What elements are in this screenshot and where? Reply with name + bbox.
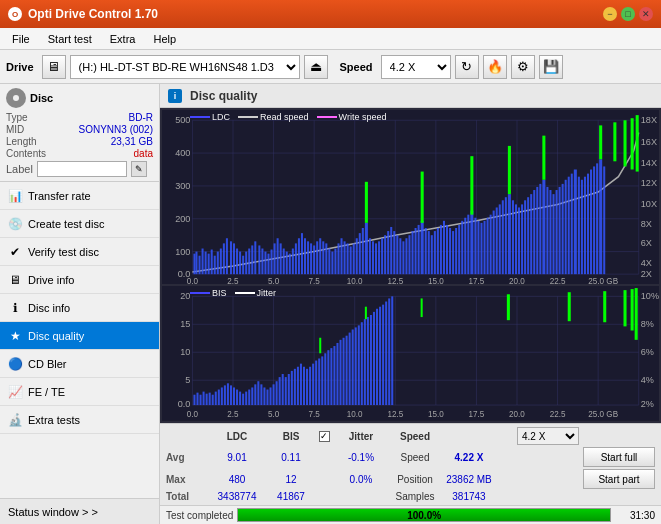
start-full-button[interactable]: Start full xyxy=(583,447,655,467)
drive-info-icon: 🖥 xyxy=(8,273,22,287)
disc-header: Disc xyxy=(6,88,153,108)
svg-rect-109 xyxy=(425,228,427,274)
svg-rect-52 xyxy=(248,249,250,275)
menu-help[interactable]: Help xyxy=(145,31,184,47)
speed-stat-select[interactable]: 4.2 X xyxy=(517,427,579,445)
legend-jitter-color xyxy=(235,292,255,294)
svg-rect-171 xyxy=(542,136,545,180)
svg-rect-250 xyxy=(297,367,299,405)
refresh-button[interactable]: ↻ xyxy=(455,55,479,79)
start-part-button[interactable]: Start part xyxy=(583,469,655,489)
minimize-button[interactable]: − xyxy=(603,7,617,21)
svg-rect-275 xyxy=(373,312,375,405)
maximize-button[interactable]: □ xyxy=(621,7,635,21)
sidebar-item-label: Verify test disc xyxy=(28,246,99,258)
create-test-disc-icon: 💿 xyxy=(8,217,22,231)
sidebar-item-drive-info[interactable]: 🖥 Drive info xyxy=(0,266,159,294)
menu-file[interactable]: File xyxy=(4,31,38,47)
svg-rect-260 xyxy=(327,351,329,406)
eject-button[interactable]: ⏏ xyxy=(304,55,328,79)
svg-rect-245 xyxy=(282,374,284,405)
svg-rect-267 xyxy=(349,333,351,405)
svg-rect-69 xyxy=(301,233,303,274)
svg-rect-158 xyxy=(578,177,580,274)
disc-contents-row: Contents data xyxy=(6,148,153,159)
svg-text:5: 5 xyxy=(185,376,190,386)
svg-rect-70 xyxy=(304,238,306,274)
sidebar-item-cd-bler[interactable]: 🔵 CD Bler xyxy=(0,350,159,378)
sidebar-item-verify-test-disc[interactable]: ✔ Verify test disc xyxy=(0,238,159,266)
verify-test-disc-icon: ✔ xyxy=(8,245,22,259)
svg-rect-157 xyxy=(574,170,577,275)
legend-write-speed: Write speed xyxy=(317,112,387,122)
svg-rect-252 xyxy=(303,367,305,405)
legend-write-speed-color xyxy=(317,116,337,118)
disc-label-input[interactable] xyxy=(37,161,127,177)
svg-rect-47 xyxy=(233,243,235,274)
svg-text:500: 500 xyxy=(175,115,190,125)
svg-text:14X: 14X xyxy=(641,158,657,168)
sidebar-item-extra-tests[interactable]: 🔬 Extra tests xyxy=(0,406,159,434)
svg-rect-82 xyxy=(341,238,343,274)
sidebar-item-transfer-rate[interactable]: 📊 Transfer rate xyxy=(0,182,159,210)
svg-rect-223 xyxy=(215,392,217,405)
jitter-header: Jitter xyxy=(332,431,390,442)
svg-text:2X: 2X xyxy=(641,269,652,279)
svg-rect-138 xyxy=(515,204,517,274)
legend-bis: BIS xyxy=(190,288,227,298)
svg-rect-217 xyxy=(196,393,198,405)
svg-rect-284 xyxy=(421,299,423,318)
legend-read-speed-color xyxy=(238,116,258,118)
drive-icon-button[interactable]: 🖥 xyxy=(42,55,66,79)
svg-text:12X: 12X xyxy=(641,178,657,188)
disc-label-button[interactable]: ✎ xyxy=(131,161,147,177)
sidebar-item-fe-te[interactable]: 📈 FE / TE xyxy=(0,378,159,406)
settings-button[interactable]: ⚙ xyxy=(511,55,535,79)
svg-rect-86 xyxy=(353,243,355,274)
svg-rect-240 xyxy=(266,390,268,406)
disc-length-value: 23,31 GB xyxy=(111,136,153,147)
legend-ldc-label: LDC xyxy=(212,112,230,122)
svg-rect-92 xyxy=(372,241,374,274)
svg-text:16X: 16X xyxy=(641,137,657,147)
progress-bar-row: Test completed 100.0% 31:30 xyxy=(160,505,661,524)
svg-rect-255 xyxy=(312,364,314,405)
jitter-checkbox[interactable]: ✓ xyxy=(319,431,330,442)
svg-rect-219 xyxy=(203,392,205,405)
svg-rect-169 xyxy=(470,156,473,214)
svg-rect-161 xyxy=(587,174,589,275)
svg-rect-246 xyxy=(285,378,287,406)
svg-rect-226 xyxy=(224,386,226,406)
sidebar-item-create-test-disc[interactable]: 💿 Create test disc xyxy=(0,210,159,238)
svg-rect-221 xyxy=(209,393,211,405)
speed-select-toolbar[interactable]: 4.2 X xyxy=(381,55,451,79)
close-button[interactable]: ✕ xyxy=(639,7,653,21)
svg-rect-49 xyxy=(239,252,241,275)
svg-rect-91 xyxy=(369,238,371,274)
disc-type-row: Type BD-R xyxy=(6,112,153,123)
sidebar-item-disc-quality[interactable]: ★ Disc quality xyxy=(0,322,159,350)
svg-rect-222 xyxy=(212,395,214,405)
sidebar-item-label: Disc info xyxy=(28,302,70,314)
svg-rect-231 xyxy=(239,392,241,405)
svg-rect-113 xyxy=(437,228,439,274)
drive-select[interactable]: (H:) HL-DT-ST BD-RE WH16NS48 1.D3 xyxy=(70,55,300,79)
status-window-button[interactable]: Status window > > xyxy=(0,498,159,524)
sidebar-item-disc-info[interactable]: ℹ Disc info xyxy=(0,294,159,322)
disc-mid-value: SONYNN3 (002) xyxy=(79,124,153,135)
svg-rect-77 xyxy=(325,243,327,274)
menu-extra[interactable]: Extra xyxy=(102,31,144,47)
save-button[interactable]: 💾 xyxy=(539,55,563,79)
svg-rect-277 xyxy=(379,307,381,405)
svg-rect-104 xyxy=(408,235,410,274)
transfer-rate-icon: 📊 xyxy=(8,189,22,203)
avg-ldc: 9.01 xyxy=(208,452,266,463)
svg-rect-148 xyxy=(546,187,548,274)
progress-percent: 100.0% xyxy=(238,509,610,521)
disc-quality-icon: ★ xyxy=(8,329,22,343)
burn-button[interactable]: 🔥 xyxy=(483,55,507,79)
status-window-label: Status window > > xyxy=(8,506,98,518)
menu-start-test[interactable]: Start test xyxy=(40,31,100,47)
bottom-chart-svg: 20 15 10 5 0.0 10% 8% 6% 4% 2% xyxy=(162,286,659,421)
svg-text:2%: 2% xyxy=(641,399,654,409)
